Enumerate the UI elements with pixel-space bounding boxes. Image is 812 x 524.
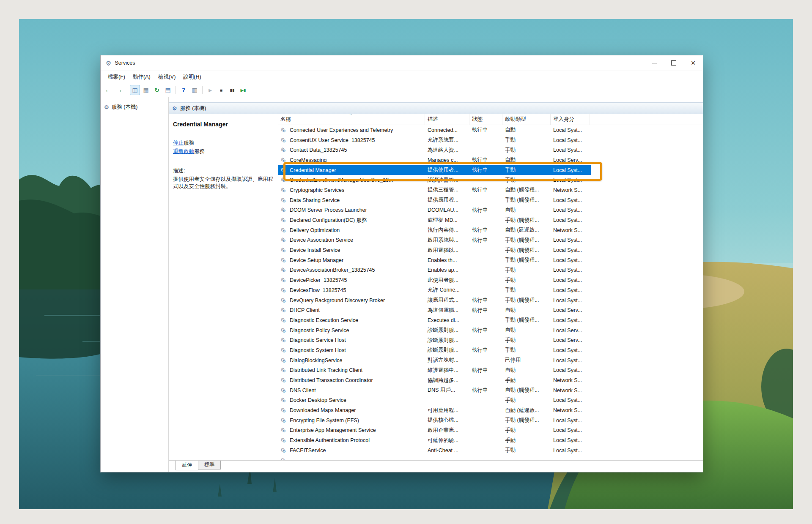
service-desc-cell: 執行內容傳... [425, 227, 469, 234]
service-row[interactable]: ⚙⚙Diagnostic Service Host診斷原則服...手動Local… [278, 335, 703, 345]
service-logon-cell: Local Syst... [551, 267, 590, 273]
column-header-status[interactable]: 狀態 [469, 114, 502, 125]
service-startup-cell: 手動 (觸發程... [502, 237, 551, 244]
service-row[interactable]: ⚙⚙Distributed Transaction Coordinator協調跨… [278, 375, 703, 385]
service-gear-icon: ⚙⚙ [280, 237, 288, 243]
service-name-cell: ⚙⚙Delivery Optimization [278, 227, 425, 233]
view-list-button[interactable]: ▥ [189, 85, 200, 95]
column-header-startup[interactable]: 啟動類型 [502, 114, 551, 125]
service-name-text: Distributed Link Tracking Client [290, 367, 362, 373]
service-name-cell: ⚙⚙Cryptographic Services [278, 187, 425, 193]
menu-file[interactable]: 檔案(F) [104, 74, 129, 81]
service-row[interactable]: ⚙⚙DNS ClientDNS 用戶...執行中自動 (觸發程...Networ… [278, 385, 703, 396]
service-row[interactable]: ⚙⚙DCOM Server Process LauncherDCOMLAU...… [278, 205, 703, 216]
service-row[interactable]: ⚙⚙ConsentUX User Service_13825745允許系統要..… [278, 135, 703, 145]
service-startup-cell: 手動 [502, 377, 551, 384]
show-hide-tree-button[interactable]: ◫ [130, 85, 140, 95]
service-gear-icon: ⚙⚙ [280, 437, 288, 443]
service-action-links: 停止服務 重新啟動服務 [173, 139, 274, 156]
tab-standard[interactable]: 標準 [198, 461, 221, 469]
start-service-button[interactable]: ▶ [205, 85, 215, 95]
window-controls: × [645, 55, 703, 71]
properties-button[interactable]: ▦ [141, 85, 151, 95]
service-row[interactable]: ⚙⚙Distributed Link Tracking Client維護電腦中.… [278, 366, 703, 376]
service-row[interactable]: ⚙⚙Extensible Authentication Protocol可延伸的… [278, 435, 703, 445]
service-name-text: Credential Manager [290, 167, 336, 173]
services-node-icon: ⚙ [104, 104, 109, 110]
service-name-cell: ⚙⚙CredentialEnrollmentManagerUserSvc_13.… [278, 177, 425, 183]
service-row[interactable]: ⚙⚙ [278, 456, 703, 460]
service-row[interactable]: ⚙⚙Diagnostic Execution ServiceExecutes d… [278, 315, 703, 325]
minimize-button[interactable] [645, 55, 664, 71]
close-button[interactable]: × [683, 55, 703, 71]
service-row[interactable]: ⚙⚙DevQuery Background Discovery Broker讓應… [278, 295, 703, 306]
service-gear-icon: ⚙⚙ [280, 317, 288, 323]
service-desc-cell: 診斷原則服... [425, 337, 469, 344]
service-row[interactable]: ⚙⚙Encrypting File System (EFS)提供核心檔...手動… [278, 415, 703, 426]
service-row[interactable]: ⚙⚙Device Association Service啟用系統與...執行中手… [278, 235, 703, 246]
service-name-cell: ⚙⚙Diagnostic Policy Service [278, 328, 425, 333]
service-startup-cell: 手動 (觸發程... [502, 417, 551, 424]
service-name-cell: ⚙⚙CoreMessaging [278, 157, 425, 163]
service-row[interactable]: ⚙⚙Credential Manager提供使用者...執行中手動Local S… [278, 165, 703, 175]
service-row[interactable]: ⚙⚙FACEITServiceAnti-Cheat ...手動Local Sys… [278, 445, 703, 456]
service-desc-cell: 對話方塊封... [425, 357, 469, 364]
service-row[interactable]: ⚙⚙CoreMessagingManages c...執行中自動Local Se… [278, 155, 703, 165]
restart-service-button[interactable]: ▶▮ [238, 85, 248, 95]
service-name-cell: ⚙⚙DialogBlockingService [278, 358, 425, 363]
menu-help[interactable]: 說明(H) [179, 74, 205, 81]
stop-service-suffix: 服務 [184, 140, 194, 146]
service-row[interactable]: ⚙⚙DeviceAssociationBroker_13825745Enable… [278, 265, 703, 276]
service-row[interactable]: ⚙⚙DialogBlockingService對話方塊封...已停用Local … [278, 355, 703, 366]
help-button[interactable]: ? [178, 85, 189, 95]
service-name-text: Connected User Experiences and Telemetry [290, 127, 393, 133]
window-titlebar[interactable]: ⚙ Services × [101, 55, 703, 71]
column-header-filler [590, 114, 703, 125]
service-row[interactable]: ⚙⚙Enterprise App Management Service啟用企業應… [278, 426, 703, 436]
service-row[interactable]: ⚙⚙Connected User Experiences and Telemet… [278, 125, 703, 135]
service-gear-icon: ⚙⚙ [280, 328, 288, 333]
column-header-logon[interactable]: 登入身分 [551, 114, 590, 125]
service-row[interactable]: ⚙⚙Delivery Optimization執行內容傳...執行中自動 (延遲… [278, 225, 703, 235]
service-gear-icon: ⚙⚙ [280, 177, 288, 183]
service-row[interactable]: ⚙⚙Contact Data_13825745為連絡人資...手動Local S… [278, 145, 703, 155]
service-logon-cell: Local Serv... [551, 337, 590, 343]
service-startup-cell: 自動 [502, 367, 551, 374]
forward-button[interactable]: → [114, 85, 124, 95]
service-name-text: DevQuery Background Discovery Broker [290, 297, 385, 303]
service-row[interactable]: ⚙⚙Data Sharing Service提供應用程...手動 (觸發程...… [278, 195, 703, 205]
refresh-button[interactable]: ↻ [152, 85, 162, 95]
pause-service-button[interactable]: ▮▮ [227, 85, 237, 95]
service-startup-cell: 手動 [502, 347, 551, 354]
maximize-button[interactable] [664, 55, 683, 71]
service-logon-cell: Local Syst... [551, 347, 590, 353]
service-desc-cell: Enables th... [425, 257, 469, 263]
service-row[interactable]: ⚙⚙Diagnostic System Host診斷原則服...執行中手動Loc… [278, 345, 703, 355]
column-header-desc[interactable]: 描述 [425, 114, 469, 125]
tree-item-services-local[interactable]: ⚙ 服務 (本機) [101, 102, 168, 112]
export-list-button[interactable]: ▤ [163, 85, 173, 95]
service-row[interactable]: ⚙⚙DevicesFlow_13825745允許 Conne...手動Local… [278, 285, 703, 295]
service-desc-cell: Manages c... [425, 157, 469, 163]
service-row[interactable]: ⚙⚙CredentialEnrollmentManagerUserSvc_13.… [278, 175, 703, 185]
service-row[interactable]: ⚙⚙DHCP Client為這個電腦...執行中自動Local Serv... [278, 305, 703, 315]
service-row[interactable]: ⚙⚙Cryptographic Services提供三種管...執行中自動 (觸… [278, 185, 703, 195]
service-row[interactable]: ⚙⚙Diagnostic Policy Service診斷原則服...執行中自動… [278, 325, 703, 336]
service-row[interactable]: ⚙⚙Docker Desktop Service手動Local Syst... [278, 396, 703, 406]
restart-service-link[interactable]: 重新啟動 [173, 148, 194, 154]
service-row[interactable]: ⚙⚙Declared Configuration(DC) 服務處理從 MD...… [278, 215, 703, 225]
menu-view[interactable]: 檢視(V) [154, 74, 180, 81]
service-startup-cell: 手動 (觸發程... [502, 297, 551, 304]
service-desc-cell: Executes di... [425, 317, 469, 323]
service-desc-cell: 認證註冊管... [425, 177, 469, 184]
toolbar-separator [202, 86, 203, 94]
service-row[interactable]: ⚙⚙Device Install Service啟用電腦以...手動 (觸發程.… [278, 245, 703, 255]
menu-action[interactable]: 動作(A) [129, 74, 154, 81]
back-button[interactable]: ← [103, 85, 113, 95]
service-row[interactable]: ⚙⚙Device Setup ManagerEnables th...手動 (觸… [278, 255, 703, 265]
stop-service-button[interactable]: ■ [216, 85, 226, 95]
stop-service-link[interactable]: 停止 [173, 140, 184, 146]
tab-extended[interactable]: 延伸 [176, 461, 198, 470]
service-row[interactable]: ⚙⚙Downloaded Maps Manager可用應用程...自動 (延遲啟… [278, 405, 703, 415]
service-row[interactable]: ⚙⚙DevicePicker_13825745此使用者服...手動Local S… [278, 275, 703, 285]
